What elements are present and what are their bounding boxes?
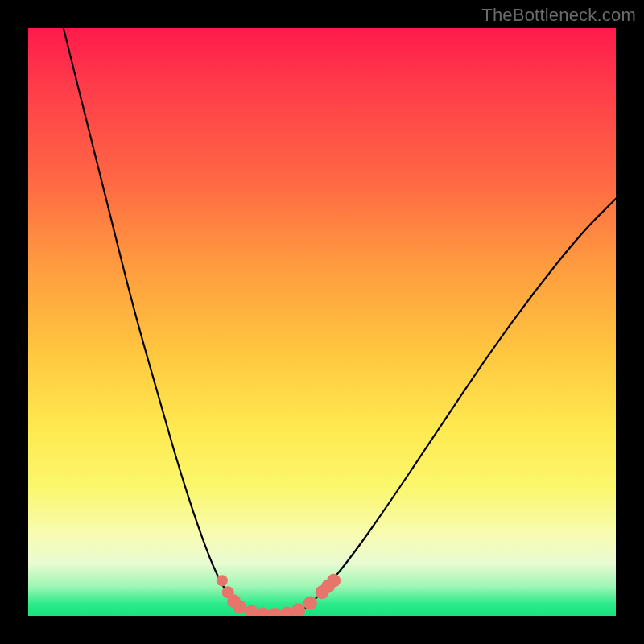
plot-area	[28, 28, 616, 616]
highlight-marker	[268, 608, 282, 616]
highlight-marker	[233, 601, 246, 614]
bottleneck-curve	[64, 28, 616, 616]
highlight-marker	[257, 607, 270, 616]
highlight-marker	[280, 607, 294, 616]
highlight-marker	[303, 596, 317, 609]
highlight-marker	[327, 574, 341, 588]
highlight-marker	[291, 603, 305, 616]
curve-path	[64, 28, 616, 616]
chart-svg	[28, 28, 616, 616]
chart-frame: TheBottleneck.com	[0, 0, 644, 644]
highlight-marker	[245, 605, 258, 616]
highlight-markers	[217, 574, 341, 616]
watermark-text: TheBottleneck.com	[481, 5, 636, 26]
highlight-marker	[217, 575, 228, 586]
